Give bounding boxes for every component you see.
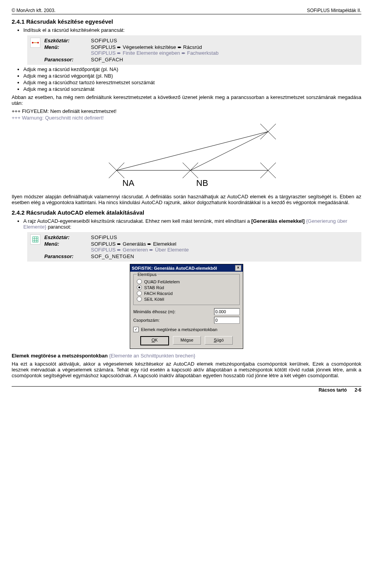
step-bullet: Adjuk meg a rácsrúd kezdőpontját (pl. NA… [23, 66, 361, 72]
break-checkbox-row[interactable]: ✓ Elemek megtörése a metszéspontokban [133, 327, 240, 332]
menu-value-secondary: SOFiPLUS ➨ Generieren ➨ Über Elemente [91, 247, 189, 253]
menu-value-secondary: SOFiPLUS ➨ Finite Elemente eingeben ➨ Fa… [91, 50, 218, 56]
paragraph: Abban az esetben, ha még nem definiáltun… [12, 94, 361, 106]
step-bullet: Adjuk meg a rácsrúd sorszámát [23, 86, 361, 92]
section-241-title: 2.4.1 Rácsrudak készítése egyesével [12, 18, 361, 25]
elemtipus-legend: Elemtípus [137, 272, 157, 277]
subheading: Elemek megtörése a metszéspontokban [12, 353, 108, 359]
svg-point-2 [37, 42, 39, 43]
truss-member-icon [30, 38, 40, 48]
generate-icon [30, 234, 40, 245]
paragraph: Ha ezt a kapcsolót aktiváljuk, akkor a v… [12, 361, 361, 378]
warning-line-de: +++ Warnung: Querschnitt nicht definiert… [12, 115, 361, 121]
checkbox-label: Elemek megtörése a metszéspontokban [141, 327, 217, 332]
section-242-title: 2.4.2 Rácsrudak AutoCAD elemek átalakítá… [12, 209, 361, 216]
group-num-label: Csoportszám: [133, 318, 160, 323]
warning-line: +++ FIGYELEM: Nem definiált keresztmetsz… [12, 108, 361, 114]
paragraph: Ilyen módszer alapján definiálhatjuk val… [12, 194, 361, 205]
menu-value-primary: SOFiPLUS ➨ Generálás ➨ Elemekkel [91, 241, 176, 247]
eszkoztar-value: SOFiPLUS [91, 234, 189, 240]
help-button[interactable]: Súgó [205, 336, 233, 345]
menu-value-primary: SOFiPLUS ➨ Végeselemek készítése ➨ Rácsr… [91, 44, 202, 50]
header-right: SOFiPLUS Mintapéldák II. [307, 8, 361, 13]
command-box-2: Eszköztár: SOFiPLUS Menü: SOFiPLUS ➨ Gen… [27, 232, 361, 262]
menu-label: Menü: [44, 241, 87, 253]
group-num-input[interactable] [214, 317, 240, 324]
footer-page: 2-6 [355, 387, 361, 393]
generate-dialog: SOFiSTiK: Generálás AutoCAD-elemekből × … [130, 264, 243, 349]
svg-line-5 [190, 132, 268, 170]
radio-seil[interactable]: SEIL Kötél [137, 297, 236, 302]
svg-point-1 [32, 42, 33, 43]
checkbox-icon: ✓ [133, 327, 139, 332]
subheading-de: {Elemente an Schnittpunkten brechen} [109, 353, 195, 359]
parancssor-value: SOF_GFACH [91, 57, 218, 62]
intro-bullet: Indítsuk el a rácsrúd készítésének paran… [23, 27, 361, 33]
dialog-title-text: SOFiSTiK: Generálás AutoCAD-elemekből [132, 266, 217, 271]
svg-rect-14 [33, 237, 38, 242]
menu-label: Menü: [44, 44, 87, 56]
cancel-button[interactable]: Mégse [173, 336, 201, 345]
min-edge-input[interactable] [214, 308, 240, 315]
close-button[interactable]: × [235, 265, 241, 271]
ok-button[interactable]: OK [140, 336, 169, 345]
command-box-1: Eszköztár: SOFiPLUS Menü: SOFiPLUS ➨ Vég… [27, 35, 361, 65]
intro-bullet: A rajz AutoCAD-egyeneseiből készítsünk r… [23, 218, 361, 230]
eszkoztar-label: Eszköztár: [44, 234, 87, 240]
footer-section: Rácsos tartó [319, 387, 347, 393]
radio-stab[interactable]: STAB Rúd [137, 285, 236, 290]
step-bullet: Adjuk meg a rácsrúd végpontját (pl. NB) [23, 73, 361, 79]
diagram-label-nb: NB [196, 178, 208, 188]
svg-line-4 [117, 132, 268, 170]
parancssor-label: Parancssor: [44, 253, 87, 259]
diagram-label-na: NA [122, 178, 134, 188]
radio-quad[interactable]: QUAD Felületelem [137, 279, 236, 284]
step-bullet: Adjuk meg a rácsrúdhoz tartozó keresztme… [23, 80, 361, 85]
truss-diagram: NA NB [85, 124, 288, 190]
eszkoztar-label: Eszköztár: [44, 38, 87, 43]
eszkoztar-value: SOFiPLUS [91, 38, 218, 43]
parancssor-value: SOF_G_NETGEN [91, 253, 189, 259]
radio-fach[interactable]: FACH Rácsrúd [137, 291, 236, 296]
header-left: © MonArch kft. 2003. [12, 8, 56, 13]
parancssor-label: Parancssor: [44, 57, 87, 62]
min-edge-label: Minimális élhossz (m): [133, 309, 176, 314]
